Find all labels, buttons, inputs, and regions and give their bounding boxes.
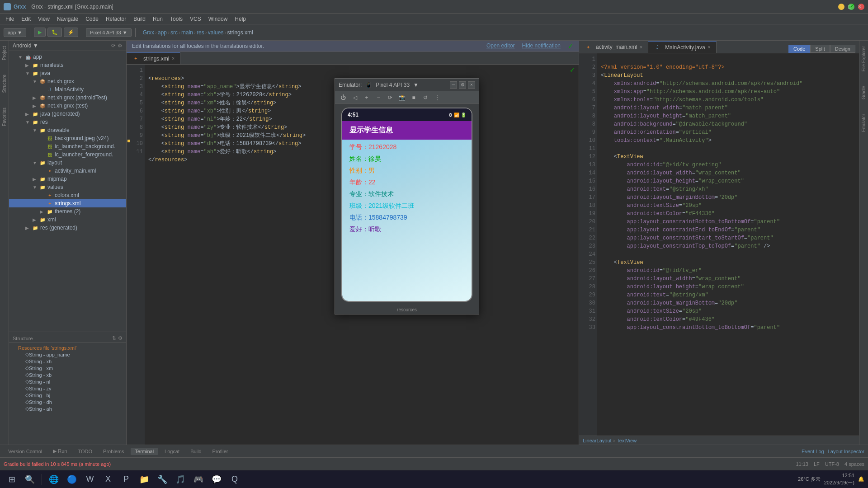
tree-mainactivity[interactable]: ▶ J MainActivity bbox=[9, 85, 126, 94]
breadcrumb-grxx[interactable]: Grxx bbox=[143, 29, 154, 36]
line-ending[interactable]: LF bbox=[814, 461, 820, 467]
tab-strings-xml[interactable]: ✦ strings.xml × bbox=[127, 52, 180, 64]
right-tab-activity-close[interactable]: × bbox=[640, 45, 642, 50]
struct-item-bj[interactable]: ◇ String - bj bbox=[9, 392, 126, 399]
struct-item-app-name[interactable]: ◇ String - app_name bbox=[9, 351, 126, 358]
emulator-close-btn[interactable]: × bbox=[468, 81, 475, 89]
tree-res-generated[interactable]: ▶ 📁 res (generated) bbox=[9, 224, 126, 232]
taskbar-ppt-btn[interactable]: P bbox=[118, 471, 134, 488]
emu-power-btn[interactable]: ⏻ bbox=[339, 93, 348, 102]
menu-edit[interactable]: Edit bbox=[18, 15, 34, 23]
taskbar-word-btn[interactable]: W bbox=[82, 471, 98, 488]
tree-java-generated[interactable]: ▶ 📁 java (generated) bbox=[9, 110, 126, 118]
emu-back-btn[interactable]: ◁ bbox=[350, 93, 359, 102]
android-dropdown[interactable]: Android ▼ bbox=[13, 42, 38, 49]
breadcrumb-src[interactable]: src bbox=[170, 29, 178, 36]
taskbar-qq-btn[interactable]: Q bbox=[226, 471, 243, 488]
breadcrumb-main[interactable]: main bbox=[181, 29, 193, 36]
tab-profiler[interactable]: Profiler bbox=[208, 448, 233, 455]
emu-more-btn[interactable]: ⋮ bbox=[433, 93, 442, 102]
tab-build[interactable]: Build bbox=[186, 448, 206, 455]
emu-stop-btn[interactable]: ■ bbox=[409, 93, 418, 102]
view-design-btn[interactable]: Design bbox=[830, 45, 855, 53]
struct-item-nl[interactable]: ◇ String - nl bbox=[9, 378, 126, 385]
tree-mipmap[interactable]: ▶ 📁 mipmap bbox=[9, 175, 126, 183]
tree-values[interactable]: ▼ 📁 values bbox=[9, 183, 126, 191]
menu-code[interactable]: Code bbox=[82, 15, 102, 23]
tab-run[interactable]: ▶ Run bbox=[48, 447, 71, 455]
struct-item-ah[interactable]: ◇ String - ah bbox=[9, 405, 126, 412]
open-editor-link[interactable]: Open editor bbox=[486, 42, 515, 50]
minimize-button[interactable]: ─ bbox=[838, 4, 844, 10]
tree-colors-xml[interactable]: ▶ ✦ colors.xml bbox=[9, 191, 126, 199]
menu-file[interactable]: File bbox=[2, 15, 18, 23]
panel-structure-label[interactable]: Structure bbox=[1, 73, 8, 95]
emu-rotate-btn[interactable]: ⟳ bbox=[386, 93, 395, 102]
taskbar-search-btn[interactable]: 🔍 bbox=[22, 471, 38, 488]
tab-strings-xml-close[interactable]: × bbox=[172, 56, 175, 61]
tab-logcat[interactable]: Logcat bbox=[160, 448, 184, 455]
tree-layout[interactable]: ▼ 📁 layout bbox=[9, 159, 126, 167]
tree-ic-launcher-fg[interactable]: ▶ 🖼 ic_launcher_foreground. bbox=[9, 150, 126, 159]
menu-help[interactable]: Help bbox=[231, 15, 250, 23]
taskbar-explorer-btn[interactable]: 📁 bbox=[136, 471, 152, 488]
view-code-btn[interactable]: Code bbox=[788, 45, 810, 53]
panel-file-explorer[interactable]: File Explorer bbox=[860, 44, 867, 73]
breadcrumb-textview[interactable]: TextView bbox=[617, 438, 637, 443]
emulator-dropdown-icon[interactable]: ▼ bbox=[413, 82, 419, 88]
run-button[interactable]: ▶ bbox=[34, 28, 46, 37]
sort-icon[interactable]: ⇅ bbox=[112, 335, 116, 341]
device-selector[interactable]: Pixel 4 API 33 ▼ bbox=[86, 28, 131, 37]
cursor-position[interactable]: 11:13 bbox=[796, 461, 808, 467]
struct-item-xh[interactable]: ◇ String - xh bbox=[9, 358, 126, 365]
menu-run[interactable]: Run bbox=[149, 15, 166, 23]
tab-terminal[interactable]: Terminal bbox=[131, 448, 159, 455]
tree-res[interactable]: ▼ 📁 res bbox=[9, 118, 126, 126]
emulator-window[interactable]: Emulator: 📱 Pixel 4 API 33 ▼ ─ ⚙ × ⏻ ◁ bbox=[335, 78, 479, 314]
indent[interactable]: 4 spaces bbox=[844, 461, 864, 467]
tree-package-test[interactable]: ▶ 📦 net.xh.grxx (test) bbox=[9, 102, 126, 110]
menu-tools[interactable]: Tools bbox=[166, 15, 186, 23]
sync-icon[interactable]: ⟳ bbox=[111, 42, 116, 49]
layout-inspector-link[interactable]: Layout Inspector bbox=[828, 449, 864, 454]
encoding[interactable]: UTF-8 bbox=[825, 461, 839, 467]
hide-notification-link[interactable]: Hide notification bbox=[522, 42, 561, 50]
tree-app[interactable]: ▼ 🤖 app bbox=[9, 53, 126, 61]
settings-icon[interactable]: ⚙ bbox=[118, 42, 123, 49]
code-editor[interactable]: 1 2 3 4 5 6 7 8 9 10 11 <resources> <str… bbox=[127, 65, 579, 445]
taskbar-app1-btn[interactable]: 🔧 bbox=[154, 471, 170, 488]
right-tab-java-close[interactable]: × bbox=[708, 45, 711, 50]
tab-problems[interactable]: Problems bbox=[99, 448, 128, 455]
breadcrumb-app[interactable]: app bbox=[158, 29, 167, 36]
breadcrumb-linearlayout[interactable]: LinearLayout bbox=[583, 438, 612, 443]
view-split-btn[interactable]: Split bbox=[810, 45, 830, 53]
tree-strings-xml[interactable]: ▶ ✦ strings.xml bbox=[9, 199, 126, 207]
taskbar-app4-btn[interactable]: 💬 bbox=[208, 471, 225, 488]
taskbar-notification-icon[interactable]: 🔔 bbox=[858, 476, 864, 482]
panel-favorites[interactable]: Favorites bbox=[1, 106, 8, 128]
taskbar-chrome-btn[interactable]: 🌐 bbox=[46, 471, 62, 488]
tree-package-android-test[interactable]: ▶ 📦 net.xh.grxx (androidTest) bbox=[9, 94, 126, 102]
tree-drawable[interactable]: ▼ 📁 drawable bbox=[9, 126, 126, 134]
struct-settings-icon[interactable]: ⚙ bbox=[118, 335, 123, 341]
taskbar-excel-btn[interactable]: X bbox=[100, 471, 116, 488]
struct-item-root[interactable]: Resources file 'strings.xml' bbox=[9, 345, 126, 351]
breadcrumb-values[interactable]: values bbox=[208, 29, 224, 36]
panel-gradle[interactable]: Gradle bbox=[860, 84, 867, 101]
windows-start-btn[interactable]: ⊞ bbox=[4, 471, 20, 488]
tree-activity-main-xml[interactable]: ▶ ✦ activity_main.xml bbox=[9, 167, 126, 175]
panel-project[interactable]: Project bbox=[1, 44, 8, 62]
emulator-min-btn[interactable]: ─ bbox=[450, 81, 457, 89]
taskbar-app3-btn[interactable]: 🎮 bbox=[190, 471, 207, 488]
struct-item-dh[interactable]: ◇ String - dh bbox=[9, 399, 126, 405]
struct-item-xm[interactable]: ◇ String - xm bbox=[9, 365, 126, 371]
debug-button[interactable]: 🐛 bbox=[47, 28, 62, 37]
tree-ic-launcher-bg[interactable]: ▶ 🖼 ic_launcher_background. bbox=[9, 142, 126, 150]
event-log-link[interactable]: Event Log bbox=[802, 449, 824, 454]
tree-themes[interactable]: ▶ 📁 themes (2) bbox=[9, 207, 126, 216]
tree-package-main[interactable]: ▼ 📦 net.xh.grxx bbox=[9, 77, 126, 85]
panel-emulator-tab[interactable]: Emulator bbox=[860, 112, 867, 134]
struct-item-zy[interactable]: ◇ String - zy bbox=[9, 385, 126, 392]
taskbar-edge-btn[interactable]: 🔵 bbox=[64, 471, 80, 488]
app-module-selector[interactable]: app ▼ bbox=[4, 28, 26, 37]
